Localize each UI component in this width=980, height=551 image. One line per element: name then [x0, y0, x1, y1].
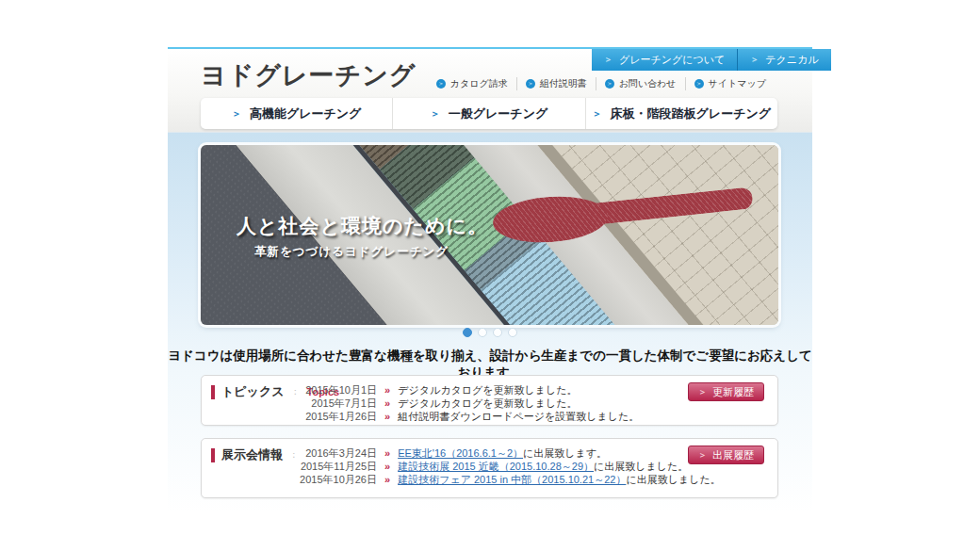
assembly-manual-link[interactable]: 組付説明書: [516, 77, 596, 90]
topics-title: トピックス: [221, 383, 285, 400]
carousel-dot[interactable]: [478, 328, 487, 337]
page: ヨドグレーチング グレーチングについて テクニカル カタログ請求 組付説明書 お…: [0, 0, 980, 551]
double-chevron-icon: [384, 473, 390, 486]
title-separator: ：: [289, 448, 299, 462]
list-item: 2015年1月26日 組付説明書ダウンロードページを設置致しました。: [300, 410, 639, 423]
main-nav: 高機能グレーチング 一般グレーチング 床板・階段踏板グレーチング: [201, 98, 777, 129]
exhibition-history-button[interactable]: 出展履歴: [688, 446, 764, 464]
exhibition-date: 2015年11月25日: [300, 460, 377, 473]
tab-floor-stair-grating[interactable]: 床板・階段踏板グレーチング: [585, 98, 777, 129]
arrow-circle-icon: [436, 79, 446, 89]
exhibition-text: に出展致しました。: [594, 460, 688, 473]
topic-text: デジタルカタログを更新致しました。: [398, 383, 577, 397]
topic-date: 2015年7月1日: [300, 397, 377, 410]
update-history-label: 更新履歴: [712, 385, 754, 399]
arrow-circle-icon: [605, 79, 614, 89]
tab-high-performance-grating[interactable]: 高機能グレーチング: [201, 98, 392, 129]
list-item: 2015年10月26日 建設技術フェア 2015 in 中部（2015.10.2…: [300, 473, 721, 486]
hero-banner: 人と社会と環境のために。 革新をつづけるヨドグレーチング: [201, 145, 778, 325]
chevron-right-icon: [232, 107, 241, 121]
title-accent-bar: [211, 448, 215, 462]
list-item: 2015年10月1日 デジタルカタログを更新致しました。: [300, 383, 639, 397]
topic-text: 組付説明書ダウンロードページを設置致しました。: [398, 410, 639, 423]
sitemap-label: サイトマップ: [709, 77, 766, 90]
double-chevron-icon: [384, 383, 390, 397]
topic-date: 2015年10月1日: [300, 383, 377, 397]
topic-date: 2015年1月26日: [300, 410, 377, 423]
chevron-right-icon: [698, 386, 707, 398]
tab-general-grating[interactable]: 一般グレーチング: [392, 98, 584, 129]
assembly-manual-label: 組付説明書: [540, 77, 587, 90]
exhibitions-panel: 展示会情報 ： 2016年3月24日 EE東北'16（2016.6.1～2） に…: [201, 438, 778, 498]
double-chevron-icon: [384, 397, 390, 410]
carousel-dot[interactable]: [493, 328, 502, 337]
about-grating-label: グレーチングについて: [619, 53, 725, 67]
list-item: 2015年11月25日 建設技術展 2015 近畿（2015.10.28～29）…: [300, 460, 721, 473]
carousel-dot[interactable]: [463, 328, 472, 337]
carousel-dots: [168, 328, 812, 337]
exhibition-link[interactable]: EE東北'16（2016.6.1～2）: [398, 446, 523, 460]
exhibition-link[interactable]: 建設技術フェア 2015 in 中部（2015.10.21～22）: [398, 473, 626, 486]
about-grating-button[interactable]: グレーチングについて: [592, 49, 737, 71]
hero-subheadline: 革新をつづけるヨドグレーチング: [254, 244, 449, 260]
exhibition-date: 2015年10月26日: [300, 473, 377, 486]
hero-photo: 人と社会と環境のために。 革新をつづけるヨドグレーチング: [201, 145, 778, 325]
list-item: 2015年7月1日 デジタルカタログを更新致しました。: [300, 397, 639, 410]
chevron-right-icon: [698, 449, 707, 462]
contact-label: お問い合わせ: [619, 77, 677, 90]
technical-button[interactable]: テクニカル: [738, 49, 830, 71]
header-button-group: グレーチングについて テクニカル: [592, 49, 831, 71]
double-chevron-icon: [384, 460, 390, 473]
catalog-request-link[interactable]: カタログ請求: [428, 77, 516, 90]
arrow-circle-icon: [526, 79, 535, 89]
catalog-request-label: カタログ請求: [450, 77, 508, 90]
chevron-right-icon: [604, 54, 612, 66]
exhibition-text: に出展致します。: [523, 446, 607, 460]
update-history-button[interactable]: 更新履歴: [688, 382, 764, 401]
double-chevron-icon: [384, 446, 390, 460]
technical-label: テクニカル: [765, 53, 818, 67]
exhibition-history-label: 出展履歴: [712, 448, 754, 462]
hero-headline: 人と社会と環境のために。: [237, 213, 488, 239]
site-logo[interactable]: ヨドグレーチング: [201, 58, 416, 92]
arrow-circle-icon: [694, 79, 704, 89]
tab-label: 一般グレーチング: [449, 105, 548, 122]
title-accent-bar: [211, 385, 215, 399]
topic-text: デジタルカタログを更新致しました。: [398, 397, 577, 410]
contact-link[interactable]: お問い合わせ: [596, 77, 685, 90]
topics-list: 2015年10月1日 デジタルカタログを更新致しました。 2015年7月1日 デ…: [300, 383, 639, 423]
exhibition-text: に出展致しました。: [626, 473, 720, 486]
exhibitions-title-group: 展示会情報 ：: [211, 446, 305, 463]
exhibitions-list: 2016年3月24日 EE東北'16（2016.6.1～2） に出展致します。 …: [300, 446, 721, 486]
exhibition-link[interactable]: 建設技術展 2015 近畿（2015.10.28～29）: [398, 460, 594, 473]
double-chevron-icon: [384, 410, 390, 423]
chevron-right-icon: [431, 107, 440, 121]
exhibition-date: 2016年3月24日: [300, 446, 377, 460]
utility-links: カタログ請求 組付説明書 お問い合わせ サイトマップ: [396, 77, 775, 90]
carousel-dot[interactable]: [508, 328, 517, 337]
tab-label: 高機能グレーチング: [250, 105, 362, 122]
list-item: 2016年3月24日 EE東北'16（2016.6.1～2） に出展致します。: [300, 446, 721, 460]
sitemap-link[interactable]: サイトマップ: [685, 77, 775, 90]
chevron-right-icon: [750, 54, 759, 66]
chevron-right-icon: [593, 107, 602, 121]
tab-label: 床板・階段踏板グレーチング: [611, 105, 772, 122]
topics-panel: トピックス ： Topics 2015年10月1日 デジタルカタログを更新致しま…: [201, 375, 778, 426]
exhibitions-title: 展示会情報: [221, 446, 283, 463]
